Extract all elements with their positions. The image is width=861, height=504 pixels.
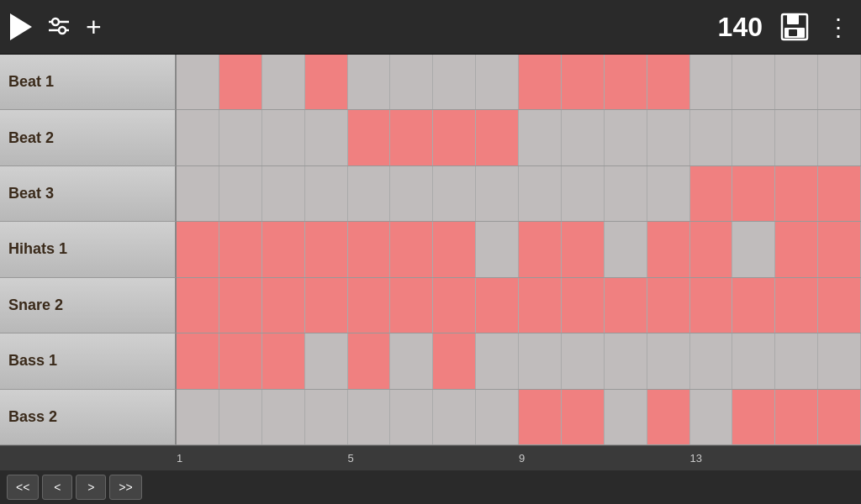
cell-5-10[interactable] <box>605 333 647 388</box>
cell-5-2[interactable] <box>262 333 305 388</box>
cell-6-14[interactable] <box>775 390 818 444</box>
cell-0-4[interactable] <box>348 55 391 109</box>
cell-0-12[interactable] <box>690 55 733 109</box>
cell-5-14[interactable] <box>775 333 818 388</box>
cell-2-1[interactable] <box>219 166 262 221</box>
cell-6-8[interactable] <box>519 390 562 444</box>
save-button[interactable] <box>776 8 813 45</box>
cell-5-7[interactable] <box>476 333 519 388</box>
cell-5-9[interactable] <box>562 333 605 388</box>
cell-1-9[interactable] <box>562 110 605 165</box>
cell-6-0[interactable] <box>177 390 219 444</box>
cell-5-0[interactable] <box>177 333 219 388</box>
cell-4-0[interactable] <box>177 278 219 333</box>
cell-3-14[interactable] <box>775 222 818 276</box>
cell-2-11[interactable] <box>647 166 690 221</box>
cell-0-15[interactable] <box>818 55 861 109</box>
cell-6-7[interactable] <box>476 390 519 444</box>
cell-1-8[interactable] <box>519 110 562 165</box>
cell-5-13[interactable] <box>732 333 775 388</box>
cell-0-9[interactable] <box>562 55 605 109</box>
cell-0-2[interactable] <box>262 55 305 109</box>
cell-5-1[interactable] <box>219 333 262 388</box>
cell-4-14[interactable] <box>775 278 818 333</box>
cell-5-11[interactable] <box>647 333 690 388</box>
cell-5-15[interactable] <box>818 333 861 388</box>
cell-4-6[interactable] <box>433 278 476 333</box>
cell-2-5[interactable] <box>390 166 433 221</box>
cell-6-4[interactable] <box>348 390 391 444</box>
cell-4-13[interactable] <box>732 278 775 333</box>
cell-1-11[interactable] <box>647 110 690 165</box>
cell-3-1[interactable] <box>219 222 262 276</box>
cell-1-0[interactable] <box>177 110 219 165</box>
cell-0-3[interactable] <box>305 55 348 109</box>
cell-2-15[interactable] <box>818 166 861 221</box>
add-button[interactable]: + <box>86 12 102 43</box>
cell-1-3[interactable] <box>305 110 348 165</box>
cell-6-3[interactable] <box>305 390 348 444</box>
cell-4-3[interactable] <box>305 278 348 333</box>
cell-1-12[interactable] <box>690 110 733 165</box>
nav-prev-button[interactable]: < <box>42 475 72 500</box>
cell-0-0[interactable] <box>177 55 219 109</box>
cell-3-6[interactable] <box>433 222 476 276</box>
cell-2-2[interactable] <box>262 166 305 221</box>
cell-2-12[interactable] <box>690 166 733 221</box>
cell-2-3[interactable] <box>305 166 348 221</box>
cell-4-1[interactable] <box>219 278 262 333</box>
cell-3-8[interactable] <box>519 222 562 276</box>
cell-0-8[interactable] <box>519 55 562 109</box>
cell-0-1[interactable] <box>219 55 262 109</box>
cell-6-15[interactable] <box>818 390 861 444</box>
cell-4-2[interactable] <box>262 278 305 333</box>
cell-4-4[interactable] <box>348 278 391 333</box>
cell-0-11[interactable] <box>647 55 690 109</box>
cell-1-2[interactable] <box>262 110 305 165</box>
cell-2-6[interactable] <box>433 166 476 221</box>
cell-2-7[interactable] <box>476 166 519 221</box>
cell-0-7[interactable] <box>476 55 519 109</box>
cell-2-4[interactable] <box>348 166 391 221</box>
cell-3-0[interactable] <box>177 222 219 276</box>
more-button[interactable]: ⋮ <box>827 13 851 41</box>
cell-3-4[interactable] <box>348 222 391 276</box>
mixer-button[interactable] <box>45 13 72 40</box>
cell-5-8[interactable] <box>519 333 562 388</box>
cell-5-5[interactable] <box>390 333 433 388</box>
cell-6-2[interactable] <box>262 390 305 444</box>
cell-1-4[interactable] <box>348 110 391 165</box>
cell-3-5[interactable] <box>390 222 433 276</box>
cell-3-2[interactable] <box>262 222 305 276</box>
cell-2-8[interactable] <box>519 166 562 221</box>
beat-grid[interactable] <box>177 55 861 445</box>
cell-2-10[interactable] <box>605 166 647 221</box>
cell-1-5[interactable] <box>390 110 433 165</box>
cell-5-3[interactable] <box>305 333 348 388</box>
cell-6-6[interactable] <box>433 390 476 444</box>
cell-5-6[interactable] <box>433 333 476 388</box>
cell-1-1[interactable] <box>219 110 262 165</box>
cell-3-11[interactable] <box>647 222 690 276</box>
cell-0-14[interactable] <box>775 55 818 109</box>
cell-2-14[interactable] <box>775 166 818 221</box>
cell-1-15[interactable] <box>818 110 861 165</box>
cell-1-7[interactable] <box>476 110 519 165</box>
cell-1-10[interactable] <box>605 110 647 165</box>
cell-1-13[interactable] <box>732 110 775 165</box>
cell-0-13[interactable] <box>732 55 775 109</box>
cell-5-4[interactable] <box>348 333 391 388</box>
cell-3-13[interactable] <box>732 222 775 276</box>
cell-1-14[interactable] <box>775 110 818 165</box>
cell-6-10[interactable] <box>605 390 647 444</box>
cell-0-10[interactable] <box>605 55 647 109</box>
cell-2-0[interactable] <box>177 166 219 221</box>
cell-2-13[interactable] <box>732 166 775 221</box>
cell-6-9[interactable] <box>562 390 605 444</box>
nav-last-button[interactable]: >> <box>109 475 141 500</box>
cell-3-3[interactable] <box>305 222 348 276</box>
play-button[interactable] <box>10 13 32 40</box>
cell-6-12[interactable] <box>690 390 733 444</box>
cell-4-7[interactable] <box>476 278 519 333</box>
cell-3-15[interactable] <box>818 222 861 276</box>
